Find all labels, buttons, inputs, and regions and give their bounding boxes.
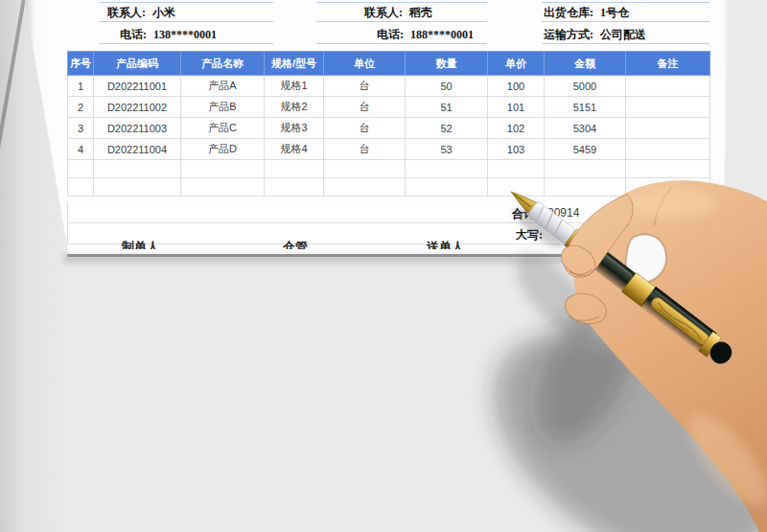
table-cell: D202211004 — [94, 139, 181, 160]
total-value: 20914 — [547, 206, 579, 220]
table-cell: 规格4 — [265, 139, 324, 160]
table-cell: 3 — [68, 118, 94, 139]
field-value: 公司配送 — [600, 28, 646, 41]
table-cell: 台 — [324, 76, 406, 97]
table-row: 2D202211002产品B规格2台511015151 — [68, 97, 710, 118]
table-header-cell: 金额 — [545, 52, 626, 76]
table-cell: 103 — [488, 139, 545, 160]
table-cell — [626, 139, 710, 160]
table-cell — [181, 160, 265, 178]
field-shipping: 运输方式:公司配送 — [544, 27, 646, 42]
table-cell: 2 — [68, 97, 94, 118]
table-cell: 台 — [324, 97, 406, 118]
table-cell: 5000 — [545, 76, 626, 97]
table-cell: 5304 — [545, 118, 626, 139]
photo-of-delivery-note: 联系人:小米 电话:138****0001 联系人:稻壳 电话:188****0… — [0, 0, 767, 532]
middle-fingertip — [562, 289, 611, 329]
table-cell — [68, 160, 94, 178]
table-cell: 产品B — [181, 97, 265, 118]
table-cell — [406, 160, 488, 178]
table-cell: D202211003 — [94, 118, 181, 139]
total-row: 合计: 20914 — [67, 202, 709, 223]
signer-label: 制单人 — [122, 241, 159, 249]
table-cell: 台 — [324, 139, 406, 160]
table-body: 1D202211001产品A规格1台5010050002D202211002产品… — [68, 76, 710, 197]
table-row: 3D202211003产品C规格3台521025304 — [68, 118, 710, 139]
table-cell: 规格1 — [265, 76, 324, 97]
pen-cap — [640, 287, 717, 354]
field-phone-left: 电话:138****0001 — [120, 27, 217, 42]
pen-gold-band — [621, 272, 656, 307]
field-underline — [542, 21, 709, 22]
pen-gold-ring-end — [698, 332, 721, 358]
table-cell — [488, 178, 545, 197]
field-value: 小米 — [152, 6, 175, 19]
table-header-cell: 单价 — [488, 52, 545, 76]
table-header-cell: 数量 — [406, 52, 488, 76]
table-cell: 产品D — [181, 139, 265, 160]
table-cell: 102 — [488, 118, 545, 139]
table-cell: 101 — [488, 97, 545, 118]
table-cell: 产品A — [181, 76, 265, 97]
table-header-cell: 备注 — [626, 52, 710, 76]
field-value: 138****0001 — [153, 28, 217, 41]
table-cell: 50 — [406, 76, 488, 97]
pen-cap-tip — [706, 337, 735, 368]
table-header-cell: 单位 — [324, 52, 406, 76]
product-table: 序号产品编码产品名称规格/型号单位数量单价金额备注 1D202211001产品A… — [67, 51, 710, 197]
total-label: 合计: — [512, 206, 539, 222]
paper-left-edge — [0, 0, 26, 260]
table-cell: 100 — [488, 76, 545, 97]
table-cell — [265, 160, 324, 178]
table-cell — [626, 76, 710, 97]
table-header-cell: 产品编码 — [94, 52, 181, 76]
table-cell — [488, 160, 545, 178]
table-row — [68, 160, 710, 178]
table-cell — [265, 178, 324, 197]
field-label: 联系人: — [107, 6, 146, 19]
table-header-cell: 产品名称 — [181, 52, 265, 76]
table-cell — [94, 160, 181, 178]
table-cell: 4 — [68, 139, 94, 160]
table-cell: D202211002 — [94, 97, 181, 118]
table-cell — [545, 160, 626, 178]
field-phone-mid: 电话:188****0001 — [377, 27, 474, 42]
field-underline — [99, 43, 273, 44]
field-label: 电话: — [120, 28, 147, 41]
field-underline — [542, 43, 709, 44]
field-label: 出货仓库: — [544, 6, 593, 19]
table-cell: 台 — [324, 118, 406, 139]
table-cell: 1 — [68, 76, 94, 97]
table-cell: 规格3 — [265, 118, 324, 139]
table-cell — [324, 160, 406, 178]
field-warehouse: 出货仓库:1号仓 — [544, 5, 629, 20]
paper-bottom-shadow — [63, 256, 729, 266]
table-cell: D202211001 — [94, 76, 181, 97]
table-cell: 51 — [406, 97, 488, 118]
signer-label: 送单人 — [427, 241, 464, 249]
field-value: 1号仓 — [600, 6, 629, 19]
table-cell: 5151 — [545, 97, 626, 118]
field-contact-left: 联系人:小米 — [107, 5, 175, 20]
table-cell — [626, 160, 710, 178]
table-cell — [626, 118, 710, 139]
field-underline — [316, 43, 487, 44]
field-value: 188****0001 — [410, 28, 474, 41]
table-cell: 规格2 — [265, 97, 324, 118]
field-underline — [542, 2, 709, 3]
table-cell — [94, 178, 181, 197]
table-cell: 52 — [406, 118, 488, 139]
table-cell: 5459 — [545, 139, 626, 160]
field-underline — [316, 21, 487, 22]
table-row — [68, 178, 710, 197]
signer-label: 仓管 — [283, 241, 308, 249]
field-label: 联系人: — [364, 6, 403, 19]
table-header-cell: 规格/型号 — [265, 52, 324, 76]
field-underline — [99, 21, 273, 22]
table-cell — [626, 178, 710, 197]
table-row: 4D202211004产品D规格4台531035459 — [68, 139, 710, 160]
table-header-row: 序号产品编码产品名称规格/型号单位数量单价金额备注 — [68, 52, 710, 76]
signature-row: 制单人仓管送单人 — [67, 241, 709, 249]
table-cell: 53 — [406, 139, 488, 160]
field-label: 运输方式: — [544, 28, 593, 41]
